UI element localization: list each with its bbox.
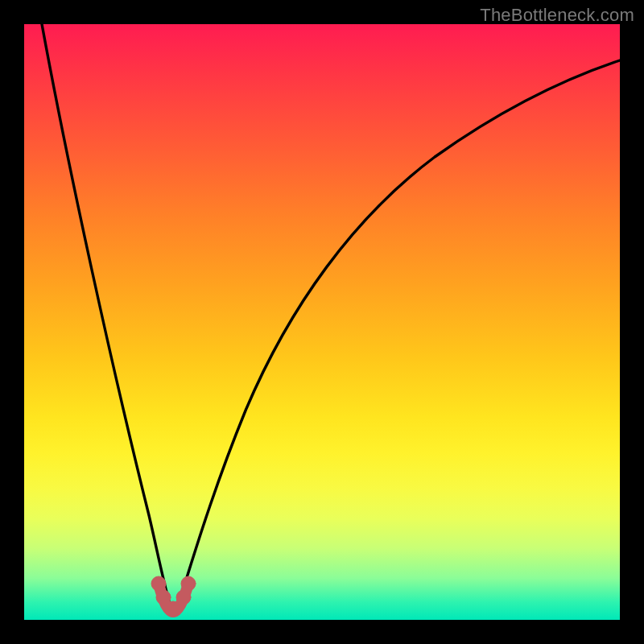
chart-svg-layer (24, 24, 620, 620)
bottleneck-curve-right (175, 60, 620, 613)
marker-cluster (151, 576, 196, 616)
plot-area (24, 24, 620, 620)
outer-frame: TheBottleneck.com (0, 0, 644, 644)
marker-connector (159, 584, 188, 612)
bottleneck-curve-left (42, 24, 171, 610)
attribution-label: TheBottleneck.com (480, 5, 634, 26)
